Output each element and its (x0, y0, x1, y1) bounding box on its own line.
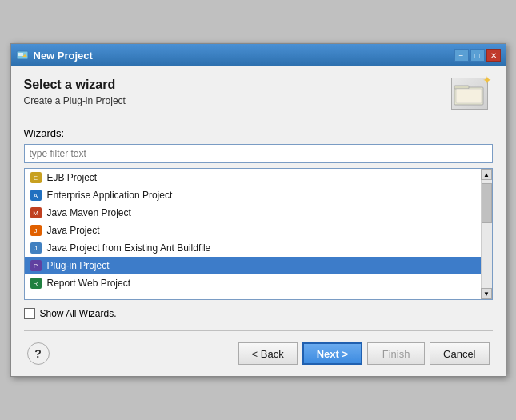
item-label: Java Project from Existing Ant Buildfile (47, 242, 211, 254)
show-all-label: Show All Wizards. (40, 308, 117, 319)
wizards-label: Wizards: (24, 127, 493, 139)
item-label: Report Web Project (47, 278, 131, 289)
header-section: Select a wizard Create a Plug-in Project… (24, 78, 493, 116)
ant-icon: J (30, 242, 42, 254)
item-label: Plug-in Project (47, 260, 110, 271)
ejb-icon: E (30, 171, 42, 184)
cancel-button[interactable]: Cancel (430, 342, 489, 365)
back-button[interactable]: < Back (238, 342, 298, 365)
plugin-icon: P (30, 259, 42, 272)
list-item[interactable]: R Report Web Project (25, 274, 481, 292)
header-text: Select a wizard Create a Plug-in Project (24, 78, 126, 106)
svg-rect-4 (454, 86, 469, 89)
list-item[interactable]: J Java Project (25, 222, 481, 239)
show-all-checkbox[interactable] (24, 308, 35, 319)
window-icon (16, 49, 29, 62)
scrollbar[interactable]: ▲ ▼ (481, 169, 492, 299)
title-bar: New Project − □ ✕ (11, 44, 506, 66)
button-bar: ? < Back Next > Finish Cancel (24, 342, 493, 365)
wizard-title: Select a wizard (24, 78, 126, 92)
new-project-dialog: New Project − □ ✕ Select a wizard Create… (10, 43, 506, 377)
list-content: E EJB Project A Enterprise Application P… (25, 169, 481, 299)
list-item[interactable]: A Enterprise Application Project (25, 186, 481, 204)
filter-input[interactable] (24, 144, 493, 163)
svg-rect-5 (456, 89, 482, 103)
scrollbar-thumb[interactable] (482, 183, 492, 223)
wizard-icon: ✦ (451, 78, 493, 116)
svg-rect-1 (18, 53, 23, 56)
folder-icon (454, 81, 485, 106)
dialog-content: Select a wizard Create a Plug-in Project… (11, 66, 506, 376)
scroll-up-button[interactable]: ▲ (481, 169, 492, 180)
navigation-buttons: < Back Next > Finish Cancel (238, 342, 490, 365)
item-label: Java Maven Project (47, 207, 131, 218)
show-all-section: Show All Wizards. (24, 308, 493, 319)
next-button[interactable]: Next > (302, 342, 362, 365)
wizard-icon-image: ✦ (451, 78, 488, 110)
star-decoration: ✦ (482, 74, 492, 86)
wizard-list: E EJB Project A Enterprise Application P… (24, 168, 493, 300)
help-button[interactable]: ? (27, 342, 50, 365)
item-label: EJB Project (47, 172, 98, 183)
divider (24, 330, 493, 331)
enterprise-icon: A (30, 189, 42, 202)
scroll-down-button[interactable]: ▼ (481, 288, 492, 299)
java-icon: J (30, 224, 42, 237)
maven-icon: M (30, 206, 42, 219)
item-label: Enterprise Application Project (47, 190, 173, 201)
list-item[interactable]: E EJB Project (25, 169, 481, 186)
list-item[interactable]: M Java Maven Project (25, 204, 481, 222)
finish-button[interactable]: Finish (367, 342, 425, 365)
wizard-subtitle: Create a Plug-in Project (24, 95, 126, 106)
list-item[interactable]: J Java Project from Existing Ant Buildfi… (25, 239, 481, 257)
report-icon: R (30, 277, 42, 290)
list-item-selected[interactable]: P Plug-in Project (25, 257, 481, 274)
scrollbar-track[interactable] (482, 180, 492, 288)
item-label: Java Project (47, 225, 100, 236)
title-bar-left: New Project (16, 49, 93, 62)
close-button[interactable]: ✕ (486, 49, 501, 62)
minimize-button[interactable]: − (454, 49, 469, 62)
window-title: New Project (34, 50, 93, 62)
maximize-button[interactable]: □ (470, 49, 485, 62)
title-buttons: − □ ✕ (454, 49, 501, 62)
